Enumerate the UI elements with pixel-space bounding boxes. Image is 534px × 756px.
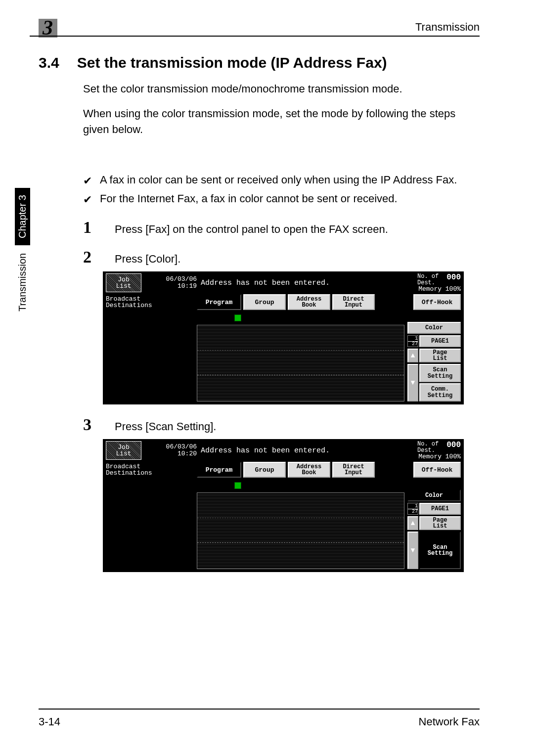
tab-group[interactable]: Group (243, 462, 286, 478)
side-tab: Transmission Chapter 3 (15, 188, 30, 311)
down-arrow-button[interactable]: ▼ (407, 364, 418, 401)
datetime-display: 06/03/06 10:20 (143, 441, 197, 460)
date-text: 06/03/06 (166, 444, 197, 450)
time-text: 10:19 (178, 283, 197, 290)
indicator-icon (234, 482, 241, 489)
memory-text: Memory 100% (417, 286, 461, 293)
step-text: Press [Fax] on the control panel to open… (115, 223, 388, 236)
tab-label: Input (345, 302, 362, 308)
job-list-button[interactable]: Job List (106, 273, 141, 292)
scan-setting-button[interactable]: Scan Setting (419, 364, 461, 382)
noof-label: No. of (417, 273, 439, 280)
tab-direct-input[interactable]: Direct Input (332, 294, 375, 310)
page-button[interactable]: PAGE1 (419, 335, 461, 347)
status-message: Address has not been entered. (197, 273, 415, 292)
section-heading: 3.4 Set the transmission mode (IP Addres… (39, 54, 480, 71)
comm-label: Setting (428, 393, 452, 399)
memory-text: Memory 100% (417, 453, 461, 460)
page-frac-bot: 27 (408, 341, 418, 347)
dest-list-area[interactable] (197, 492, 404, 569)
tab-label: Book (302, 470, 316, 476)
header-title: Transmission (415, 21, 480, 34)
scan-setting-button-selected[interactable]: Scan Setting (419, 532, 461, 569)
pagelist-label: List (433, 523, 447, 530)
job-list-label: List (116, 283, 131, 289)
tab-program[interactable]: Program (197, 462, 241, 478)
step-number: 3 (83, 415, 98, 434)
tab-label: Book (302, 302, 316, 308)
check-item: For the Internet Fax, a fax in color can… (83, 191, 480, 208)
section-title: Set the transmission mode (IP Address Fa… (77, 54, 387, 71)
job-list-label: List (116, 450, 131, 457)
comm-setting-button[interactable]: Comm. Setting (419, 383, 461, 401)
tab-label: Group (255, 467, 274, 473)
date-text: 06/03/06 (166, 276, 197, 283)
page-footer: 3-14 Network Fax (39, 709, 480, 728)
fax-screen-figure-2: Job List 06/03/06 10:20 Address has not … (103, 439, 464, 572)
broadcast-dest-label: Broadcast Destinations (106, 294, 195, 310)
color-button[interactable]: Color (407, 322, 461, 334)
pagelist-label: List (433, 356, 447, 362)
job-list-button[interactable]: Job List (106, 441, 141, 460)
tab-label: Program (206, 467, 233, 473)
tab-direct-input[interactable]: Direct Input (332, 462, 375, 478)
offhook-label: Off-Hook (422, 467, 452, 473)
footer-title: Network Fax (419, 715, 480, 728)
color-button-selected[interactable]: Color (407, 489, 461, 501)
step-number: 1 (83, 218, 98, 237)
dest-list-area[interactable] (197, 325, 404, 401)
broadcast-label: Destinations (106, 470, 195, 477)
step-row: 1 Press [Fax] on the control panel to op… (83, 218, 480, 237)
off-hook-button[interactable]: Off-Hook (413, 462, 461, 478)
page-number: 3-14 (39, 715, 60, 728)
indicator-icon (234, 314, 241, 321)
step-row: 2 Press [Color]. (83, 248, 480, 267)
scan-label: Setting (428, 550, 452, 557)
offhook-label: Off-Hook (422, 299, 452, 306)
step-row: 3 Press [Scan Setting]. (83, 415, 480, 434)
broadcast-label: Broadcast (106, 463, 195, 470)
fax-screen-figure-1: Job List 06/03/06 10:19 Address has not … (103, 271, 464, 404)
page-frac-top: 1 (408, 504, 418, 509)
noof-count: 000 (446, 441, 461, 453)
header-rule (30, 36, 480, 37)
step-text: Press [Scan Setting]. (115, 420, 216, 433)
noof-count: 000 (446, 273, 461, 286)
page-fraction: 1 27 (407, 335, 418, 347)
noof-label: No. of (417, 441, 439, 447)
down-arrow-button[interactable]: ▼ (407, 532, 418, 569)
page-button[interactable]: PAGE1 (419, 503, 461, 515)
step-number: 2 (83, 248, 98, 267)
tab-address-book[interactable]: Address Book (288, 294, 330, 310)
page-list-button[interactable]: Page List (419, 349, 461, 362)
section-number: 3.4 (39, 54, 59, 71)
off-hook-button[interactable]: Off-Hook (413, 294, 461, 310)
broadcast-label: Destinations (106, 302, 195, 309)
tab-address-book[interactable]: Address Book (288, 462, 330, 478)
step-text: Press [Color]. (115, 253, 180, 266)
dest-count-box: No. of Dest. 000 Memory 100% (417, 441, 461, 460)
tab-label: Group (255, 299, 274, 306)
tab-program[interactable]: Program (197, 294, 241, 310)
up-arrow-button[interactable]: ▲ (407, 349, 418, 362)
status-message: Address has not been entered. (197, 441, 415, 460)
page-list-button[interactable]: Page List (419, 516, 461, 530)
tab-label: Program (206, 299, 233, 306)
broadcast-dest-label: Broadcast Destinations (106, 462, 195, 478)
side-tab-chapter-text: Transmission (17, 253, 28, 311)
color-label: Color (425, 325, 443, 331)
side-tab-chapter-box: Chapter 3 (15, 188, 30, 245)
color-label: Color (425, 492, 443, 499)
page-label: PAGE1 (431, 506, 449, 512)
body-paragraph: Set the color transmission mode/monochro… (83, 81, 480, 97)
page-frac-bot: 27 (408, 509, 418, 514)
datetime-display: 06/03/06 10:19 (143, 273, 197, 292)
check-item: A fax in color can be sent or received o… (83, 172, 480, 189)
check-item-text: For the Internet Fax, a fax in color can… (100, 191, 398, 207)
check-list: A fax in color can be sent or received o… (83, 172, 480, 208)
dest-count-box: No. of Dest. 000 Memory 100% (417, 273, 461, 292)
up-arrow-button[interactable]: ▲ (407, 516, 418, 530)
tab-group[interactable]: Group (243, 294, 286, 310)
page-frac-top: 1 (408, 336, 418, 341)
page-label: PAGE1 (431, 338, 449, 345)
